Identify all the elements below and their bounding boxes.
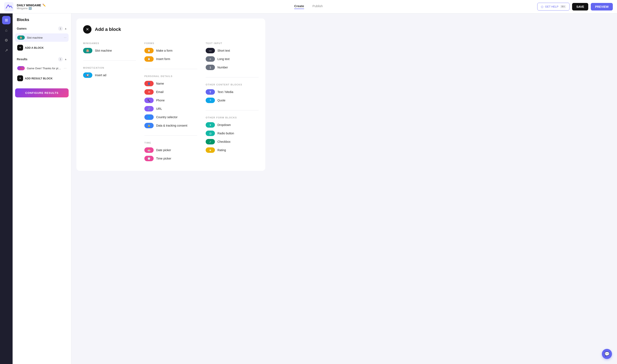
divider-1 [83, 60, 136, 61]
section-title-monetization: MONETIZATION [83, 66, 136, 69]
block-checkbox-label: Checkbox [218, 140, 231, 143]
add-result-plus-icon: + [17, 75, 23, 81]
sidebar-results-header: Results 1 ▲ [15, 55, 69, 63]
block-email-label: Email [156, 90, 164, 94]
icon-bar-share[interactable]: ↗ [2, 46, 11, 55]
topbar: DAILY MINIGAME ✏️ Minigame ℹ️ Create Pub… [0, 0, 617, 13]
game-over-more-icon[interactable]: ··· [64, 66, 66, 70]
save-button[interactable]: SAVE [572, 3, 588, 11]
add-block-button[interactable]: + ADD A BLOCK [15, 43, 69, 53]
phone-icon: 📞 [144, 98, 154, 103]
long-text-icon: ≡ [206, 56, 215, 62]
number-icon: 1 [206, 65, 215, 70]
icon-bar-settings[interactable]: ⚙ [2, 36, 11, 44]
block-dropdown[interactable]: ▾ Dropdown [206, 122, 258, 128]
add-block-plus-icon: + [17, 45, 23, 51]
panel-header: ✕ Add a block [83, 25, 258, 34]
block-country-selector[interactable]: 🌐 Country selector [144, 114, 197, 120]
block-radio-button[interactable]: ◎ Radio button [206, 130, 258, 136]
block-date-picker-label: Date picker [156, 148, 171, 152]
block-text-media[interactable]: T Text / Media [206, 89, 258, 95]
block-number[interactable]: 1 Number [206, 65, 258, 70]
block-quote-label: Quote [218, 99, 225, 102]
section-title-other-content: OTHER CONTENT BLOCKS [206, 83, 258, 86]
nav-publish[interactable]: Publish [312, 4, 323, 9]
results-collapse-toggle[interactable]: ▲ [64, 58, 67, 61]
insert-form-icon: 📋 [144, 56, 154, 62]
quote-icon: ❝ [206, 98, 215, 103]
block-short-text[interactable]: — Short text [206, 48, 258, 53]
slot-machine-more-icon[interactable]: ··· [64, 36, 66, 39]
block-insert-form[interactable]: 📋 Insert form [144, 56, 197, 62]
block-dropdown-label: Dropdown [218, 123, 231, 127]
column-text-input: TEXT INPUT — Short text ≡ Long text 1 Nu… [206, 40, 258, 164]
get-help-button[interactable]: ◇ GET HELP ⌘K [537, 3, 570, 11]
add-block-label: ADD A BLOCK [25, 46, 44, 49]
text-media-icon: T [206, 89, 215, 95]
divider-3 [144, 135, 197, 136]
section-title-personal: PERSONAL DETAILS [144, 75, 197, 78]
rating-icon: ★ [206, 147, 215, 153]
chat-icon: 💬 [604, 351, 610, 356]
close-panel-button[interactable]: ✕ [83, 25, 91, 34]
block-quote[interactable]: ❝ Quote [206, 98, 258, 103]
main-content: ✕ Add a block MINIGAMES 🎰 Slot machine M… [71, 13, 617, 364]
divider-4 [206, 77, 258, 78]
blocks-grid: MINIGAMES 🎰 Slot machine MONETIZATION 📢 … [83, 40, 258, 164]
make-form-icon: 📋 [144, 48, 154, 53]
chat-support-button[interactable]: 💬 [602, 349, 612, 359]
configure-results-button[interactable]: CONFIGURE RESULTS [15, 88, 69, 97]
logo[interactable] [4, 2, 13, 11]
topbar-nav: Create Publish [294, 4, 323, 9]
block-email[interactable]: ✉ Email [144, 89, 197, 95]
add-block-panel: ✕ Add a block MINIGAMES 🎰 Slot machine M… [77, 18, 265, 171]
slot-machine-block-icon: 🎰 [83, 48, 92, 53]
block-checkbox[interactable]: ✓ Checkbox [206, 139, 258, 144]
add-result-block-button[interactable]: + ADD RESULT BLOCK [15, 73, 69, 83]
block-slot-machine[interactable]: 🎰 Slot machine [83, 48, 136, 53]
country-selector-icon: 🌐 [144, 114, 154, 120]
sidebar-item-game-over[interactable]: 🔖 Game Over! Thanks for playin... ··· [15, 64, 69, 72]
block-rating[interactable]: ★ Rating [206, 147, 258, 153]
section-title-forms: FORMS [144, 42, 197, 44]
block-make-form[interactable]: 📋 Make a form [144, 48, 197, 53]
block-name[interactable]: 👤 Name [144, 81, 197, 86]
column-forms: FORMS 📋 Make a form 📋 Insert form PERSON… [144, 40, 197, 164]
info-icon[interactable]: ℹ️ [28, 7, 32, 10]
sidebar-item-slot-machine[interactable]: 🎰 Slot machine ··· [15, 33, 69, 42]
block-insert-form-label: Insert form [156, 57, 170, 61]
block-date-picker[interactable]: 📅 Date picker [144, 147, 197, 153]
nav-create[interactable]: Create [294, 4, 304, 9]
radio-button-icon: ◎ [206, 130, 215, 136]
block-short-text-label: Short text [218, 49, 230, 52]
dropdown-icon: ▾ [206, 122, 215, 128]
sidebar-games-section: Games 1 ▲ 🎰 Slot machine ··· + ADD A BLO… [13, 25, 71, 55]
block-url-label: URL [156, 107, 162, 110]
app-subtitle: Minigame ℹ️ [17, 7, 46, 10]
results-count-badge: 1 [58, 57, 63, 62]
short-text-icon: — [206, 48, 215, 53]
block-tracking-consent[interactable]: 🔒 Data & tracking consent [144, 123, 197, 128]
block-tracking-consent-label: Data & tracking consent [156, 124, 187, 127]
icon-bar-design[interactable]: ⌂ [2, 26, 11, 34]
icon-bar-blocks[interactable]: ⊞ [2, 16, 11, 24]
slot-machine-label: Slot machine [27, 36, 62, 39]
name-icon: 👤 [144, 81, 154, 86]
games-collapse-toggle[interactable]: ▲ [64, 27, 67, 30]
edit-title-icon[interactable]: ✏️ [42, 4, 46, 7]
game-over-icon: 🔖 [17, 66, 25, 70]
time-picker-icon: 🕐 [144, 156, 154, 161]
preview-button[interactable]: PREVIEW [591, 3, 613, 11]
section-title-time: TIME [144, 142, 197, 144]
block-long-text[interactable]: ≡ Long text [206, 56, 258, 62]
block-url[interactable]: 🔗 URL [144, 106, 197, 111]
block-country-selector-label: Country selector [156, 116, 178, 119]
block-phone-label: Phone [156, 99, 165, 102]
help-diamond-icon: ◇ [541, 5, 543, 9]
block-name-label: Name [156, 82, 164, 85]
block-phone[interactable]: 📞 Phone [144, 98, 197, 103]
block-number-label: Number [218, 66, 228, 69]
url-icon: 🔗 [144, 106, 154, 111]
block-insert-ad[interactable]: 📢 Insert ad [83, 72, 136, 78]
block-time-picker[interactable]: 🕐 Time picker [144, 156, 197, 161]
